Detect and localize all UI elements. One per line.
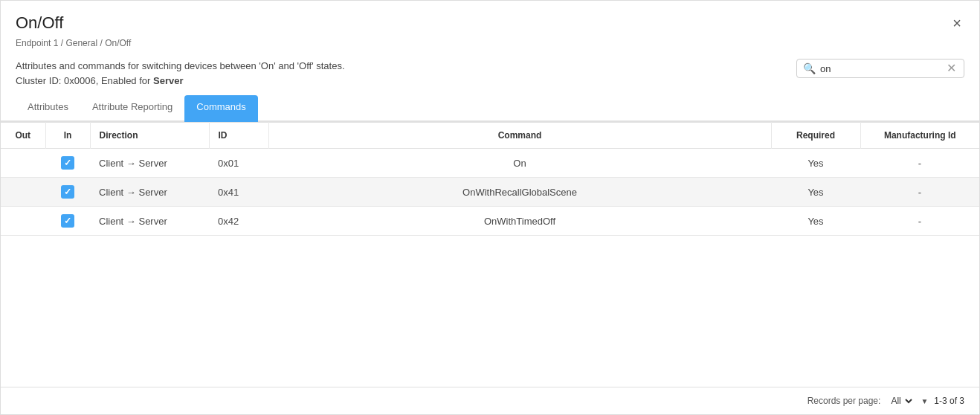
footer: Records per page: All ▼ 1-3 of 3 [1, 387, 979, 414]
records-per-page-label: Records per page: [807, 396, 881, 406]
table-row: ✓ Client → Server 0x01 On Yes - [1, 149, 979, 178]
search-box: 🔍 ✕ [796, 59, 964, 78]
cell-id-3: 0x42 [209, 207, 268, 236]
cell-manufacturing-id-2: - [860, 178, 979, 207]
commands-table: Out In Direction ID Command Required Man… [1, 122, 979, 236]
cell-out-2 [1, 178, 45, 207]
table-row: ✓ Client → Server 0x42 OnWithTimedOff Ye… [1, 207, 979, 236]
checkbox-checked-3: ✓ [61, 214, 74, 228]
table-header-row: Out In Direction ID Command Required Man… [1, 123, 979, 149]
checkbox-in-1: ✓ [54, 156, 81, 170]
col-out: Out [1, 123, 45, 149]
modal: On/Off × Endpoint 1 / General / On/Off A… [0, 0, 980, 415]
cell-in-2: ✓ [45, 178, 90, 207]
description-line2-prefix: Cluster ID: 0x0006, Enabled for [16, 75, 153, 86]
col-required: Required [771, 123, 860, 149]
description-row: Attributes and commands for switching de… [1, 54, 979, 95]
cell-direction-2: Client → Server [90, 178, 209, 207]
chevron-down-icon: ▼ [921, 397, 928, 405]
cell-manufacturing-id-3: - [860, 207, 979, 236]
cell-command-2: OnWithRecallGlobalScene [268, 178, 771, 207]
records-per-page-select[interactable]: All [886, 395, 915, 407]
cell-out-1 [1, 149, 45, 178]
cell-direction-1: Client → Server [90, 149, 209, 178]
breadcrumb-item-general: General [65, 38, 97, 48]
table-container: Out In Direction ID Command Required Man… [1, 122, 979, 387]
col-id: ID [209, 123, 268, 149]
checkbox-checked-2: ✓ [61, 185, 74, 199]
cell-direction-3: Client → Server [90, 207, 209, 236]
description-server-bold: Server [153, 75, 183, 86]
description-line1: Attributes and commands for switching de… [16, 59, 345, 74]
records-range: 1-3 of 3 [934, 396, 964, 406]
modal-header: On/Off × [1, 1, 979, 36]
table-row: ✓ Client → Server 0x41 OnWithRecallGloba… [1, 178, 979, 207]
search-clear-button[interactable]: ✕ [945, 62, 958, 74]
breadcrumb-item-onoff: On/Off [105, 38, 131, 48]
cell-manufacturing-id-1: - [860, 149, 979, 178]
checkbox-checked-1: ✓ [61, 156, 74, 170]
search-icon: 🔍 [803, 62, 816, 74]
cell-command-1: On [268, 149, 771, 178]
col-direction: Direction [90, 123, 209, 149]
cell-required-1: Yes [771, 149, 860, 178]
cell-required-3: Yes [771, 207, 860, 236]
tab-attributes[interactable]: Attributes [16, 95, 80, 122]
col-command: Command [268, 123, 771, 149]
checkbox-in-3: ✓ [54, 214, 81, 228]
cell-command-3: OnWithTimedOff [268, 207, 771, 236]
breadcrumb: Endpoint 1 / General / On/Off [1, 36, 979, 54]
checkbox-in-2: ✓ [54, 185, 81, 199]
cell-out-3 [1, 207, 45, 236]
tab-attribute-reporting[interactable]: Attribute Reporting [80, 95, 184, 122]
cell-id-2: 0x41 [209, 178, 268, 207]
modal-title: On/Off [16, 13, 63, 33]
cell-in-1: ✓ [45, 149, 90, 178]
cell-id-1: 0x01 [209, 149, 268, 178]
cell-required-2: Yes [771, 178, 860, 207]
description-text: Attributes and commands for switching de… [16, 59, 345, 88]
col-manufacturing-id: Manufacturing Id [860, 123, 979, 149]
cell-in-3: ✓ [45, 207, 90, 236]
breadcrumb-item-endpoint: Endpoint 1 [16, 38, 58, 48]
tabs-container: Attributes Attribute Reporting Commands [1, 95, 979, 122]
col-in: In [45, 123, 90, 149]
search-input[interactable] [820, 63, 945, 74]
tab-commands[interactable]: Commands [184, 95, 257, 122]
close-button[interactable]: × [950, 13, 964, 33]
description-line2: Cluster ID: 0x0006, Enabled for Server [16, 74, 345, 89]
